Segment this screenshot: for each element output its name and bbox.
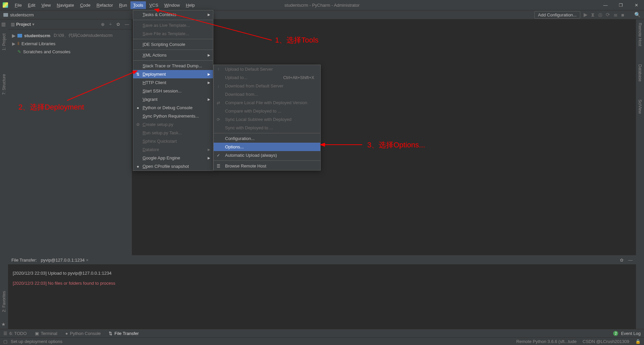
deploy-menu-item: ⟳Sync Local Subtree with Deployed xyxy=(214,115,320,124)
structure-gutter-tab[interactable]: 7: Structure xyxy=(2,73,6,96)
bottom-tab-terminal[interactable]: ▣Terminal xyxy=(35,331,57,336)
search-icon[interactable]: 🔍 xyxy=(634,12,641,18)
stop-icon[interactable]: ■ xyxy=(621,12,624,18)
file-transfer-tab-label: pyvip@127.0.0.1:1234 xyxy=(41,258,85,263)
database-gutter-tab[interactable]: Database xyxy=(638,63,642,83)
expand-icon[interactable]: ÷ xyxy=(109,22,112,27)
tools-menu-item[interactable]: ●Open CProfile snapshot xyxy=(133,162,213,170)
sciview-gutter-tab[interactable]: SciView xyxy=(638,98,642,115)
lock-icon[interactable]: 🔒 xyxy=(635,339,641,344)
deploy-menu-item[interactable]: Options... xyxy=(214,143,320,151)
close-button[interactable]: ✕ xyxy=(629,0,644,10)
bottom-tool-strip: ☰6: TODO▣Terminal●Python Console⇅File Tr… xyxy=(0,329,644,337)
menu-window[interactable]: Window xyxy=(162,1,182,9)
project-root-node[interactable]: ▶ studentscrm D:\09、代码Code\studentscrm xyxy=(8,31,132,40)
locate-icon[interactable]: ⊕ xyxy=(101,22,105,27)
interpreter-label[interactable]: Remote Python 3.6.6 (sft...tude xyxy=(516,339,577,344)
expand-arrow-icon[interactable]: ▶ xyxy=(12,41,15,46)
sidebar-title[interactable]: Project xyxy=(16,22,31,27)
deploy-menu-item: Download from... xyxy=(214,90,320,98)
event-log-button[interactable]: Event Log xyxy=(621,331,641,336)
menu-code[interactable]: Code xyxy=(77,1,93,9)
window-controls: — ❐ ✕ xyxy=(598,0,644,10)
concurrency-icon[interactable]: ≣ xyxy=(613,12,618,18)
deploy-menu-item: ⇄Compare Local File with Deployed Versio… xyxy=(214,98,320,107)
menu-refactor[interactable]: Refactor xyxy=(94,1,116,9)
tools-menu-item[interactable]: Start SSH session... xyxy=(133,87,213,95)
tools-menu-item[interactable]: Sync Python Requirements... xyxy=(133,112,213,120)
menu-file[interactable]: File xyxy=(12,1,24,9)
menu-bar: FileEditViewNavigateCodeRefactorRunTools… xyxy=(12,1,198,9)
menu-edit[interactable]: Edit xyxy=(25,1,38,9)
tools-menu-item[interactable]: IDE Scripting Console xyxy=(133,40,213,49)
panel-settings-icon[interactable]: ✿ xyxy=(620,258,624,263)
favorites-gutter-tab[interactable]: 2: Favorites xyxy=(2,290,6,314)
tools-menu-item: Save as Live Template... xyxy=(133,21,213,29)
bottom-tab-file-transfer[interactable]: ⇅File Transfer xyxy=(109,331,139,336)
minimize-button[interactable]: — xyxy=(598,0,613,10)
expand-arrow-icon[interactable]: ▶ xyxy=(12,33,15,38)
menu-navigate[interactable]: Navigate xyxy=(54,1,76,9)
menu-view[interactable]: View xyxy=(39,1,53,9)
right-gutter: Remote Host Database SciView xyxy=(636,19,644,329)
favorites-star-icon[interactable]: ★ xyxy=(1,322,7,327)
tools-menu-item[interactable]: ●Python or Debug Console xyxy=(133,104,213,112)
sidebar-header: ▥ Project ▾ ⊕ ÷ ✿ — xyxy=(8,19,132,29)
menu-run[interactable]: Run xyxy=(116,1,130,9)
deploy-menu-item[interactable]: ☰Browse Remote Host xyxy=(214,162,320,170)
file-transfer-log: [2020/12/3 22:03] Upload to pyvip@127.0.… xyxy=(8,264,636,292)
project-gutter-tab[interactable]: 1: Project xyxy=(2,32,6,52)
tools-menu-item[interactable]: Google App Engine▶ xyxy=(133,154,213,162)
scratches-node[interactable]: ▶ ✎ Scratches and Consoles xyxy=(8,48,132,56)
watermark: CSDN @LCrush201309 xyxy=(583,339,629,344)
profile-icon[interactable]: ⟳ xyxy=(606,12,610,18)
tools-menu-item: Sphinx Quickstart xyxy=(133,137,213,145)
breadcrumb[interactable]: studentscrm xyxy=(10,12,34,17)
menu-vcs[interactable]: VCS xyxy=(147,1,161,9)
deploy-menu-item[interactable]: ✓Automatic Upload (always) xyxy=(214,151,320,159)
tools-menu-item[interactable]: HTTP Client▶ xyxy=(133,78,213,87)
external-libraries-node[interactable]: ▶ ⫴ External Libraries xyxy=(8,40,132,48)
tools-menu-item[interactable]: XML Actions▶ xyxy=(133,51,213,59)
settings-icon[interactable]: ✿ xyxy=(116,22,120,27)
file-transfer-title: File Transfer: xyxy=(11,258,37,263)
run-icon[interactable]: ▶ xyxy=(584,12,588,18)
bottom-tab----todo[interactable]: ☰6: TODO xyxy=(3,331,27,336)
dropdown-icon[interactable]: ▾ xyxy=(32,22,35,27)
file-transfer-panel: File Transfer: pyvip@127.0.0.1:1234 × ✿ … xyxy=(8,255,636,329)
tools-menu-item[interactable]: Tasks & Contexts▶ xyxy=(133,10,213,19)
debug-icon[interactable]: ⧗ xyxy=(591,12,595,18)
navigation-bar: studentscrm Add Configuration... ▶ ⧗ ◎ ⟳… xyxy=(0,10,644,19)
tools-menu-item: Datalore▶ xyxy=(133,145,213,154)
deploy-menu-item: Compare with Deployed to ... xyxy=(214,107,320,115)
panel-hide-icon[interactable]: — xyxy=(628,258,633,263)
close-tab-icon[interactable]: × xyxy=(86,258,89,263)
tools-menu-item[interactable]: Stack Trace or Thread Dump... xyxy=(133,62,213,70)
tools-menu-item[interactable]: ⇅Deployment▶ xyxy=(133,70,213,78)
tools-menu-item[interactable]: Vagrant▶ xyxy=(133,95,213,104)
menu-help[interactable]: Help xyxy=(183,1,198,9)
bottom-tab-python-console[interactable]: ●Python Console xyxy=(65,331,101,336)
file-transfer-tab[interactable]: pyvip@127.0.0.1:1234 × xyxy=(41,258,89,263)
status-window-icon[interactable]: ▢ xyxy=(3,339,7,344)
deploy-menu-item: Sync with Deployed to ... xyxy=(214,124,320,132)
folder-icon xyxy=(3,13,8,17)
remote-host-gutter-tab[interactable]: Remote Host xyxy=(638,21,642,48)
folder-icon xyxy=(17,34,22,38)
hide-icon[interactable]: — xyxy=(125,22,129,27)
deploy-menu-item: ↑Upload to Default Server xyxy=(214,65,320,73)
tools-menu-item: Run setup.py Task... xyxy=(133,129,213,137)
project-root-path: D:\09、代码Code\studentscrm xyxy=(54,32,113,39)
tools-menu: Tasks & Contexts▶Save as Live Template..… xyxy=(133,10,213,171)
menu-tools[interactable]: Tools xyxy=(130,1,146,9)
tools-menu-item: Save File as Template... xyxy=(133,29,213,38)
project-gutter-icon[interactable]: ▥ xyxy=(1,21,7,27)
maximize-button[interactable]: ❐ xyxy=(613,0,629,10)
coverage-icon[interactable]: ◎ xyxy=(598,12,602,18)
title-bar: FileEditViewNavigateCodeRefactorRunTools… xyxy=(0,0,644,10)
scratches-icon: ✎ xyxy=(17,49,21,54)
deploy-menu-item: Upload to...Ctrl+Alt+Shift+X xyxy=(214,73,320,82)
deploy-menu-item[interactable]: Configuration... xyxy=(214,134,320,143)
add-configuration-button[interactable]: Add Configuration... xyxy=(534,11,580,19)
log-line: [2020/12/3 22:03] Upload to pyvip@127.0.… xyxy=(13,268,631,278)
